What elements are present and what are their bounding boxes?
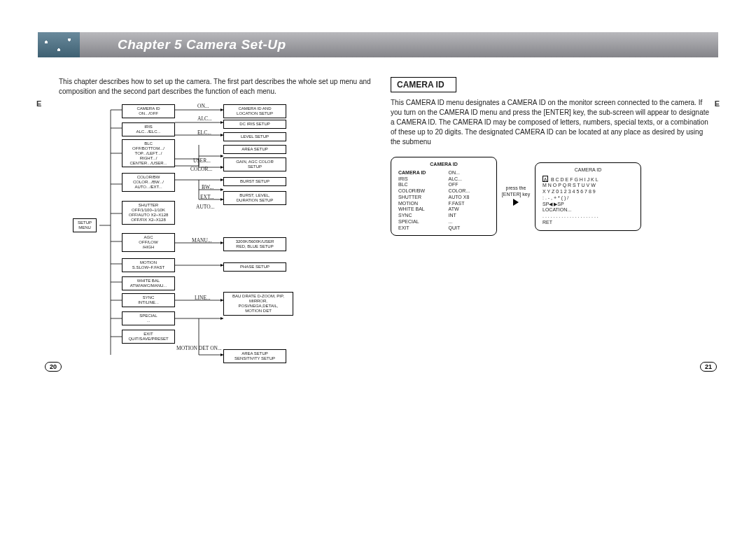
chapter-title: Chapter 5 Camera Set-Up [118,37,286,52]
screen2-line: : . - , + * ( ) / [542,195,634,202]
node3-camid: CAMERA ID AND LOCATION SETUP [223,104,286,118]
lbl-user: USER... [193,157,211,164]
screen2-line: LOCATION... [542,207,634,213]
screen1-row: BLCOFF [398,182,489,188]
lbl-manu: MANU... [192,237,212,244]
screen2-line: SP◀ ▶SP [542,202,634,208]
screen1-row: SPECIAL... [398,219,489,225]
lbl-alc: ALC... [197,115,212,122]
screen1-row: CAMERA IDON... [398,170,489,176]
intro-text: This chapter describes how to set up the… [59,77,381,96]
page-number-left: 20 [45,362,62,372]
osd-screens: CAMERA ID CAMERA IDON...IRISALC...BLCOFF… [391,157,713,236]
screen1-row: WHITE BALATW [398,206,489,213]
node3-phase: PHASE SETUP [223,262,286,272]
enter-key-note: press the [ENTER] key [501,185,531,207]
header-decor [38,32,80,57]
node-setup-menu: SETUP MENU [73,218,97,232]
screen1-row: SYNCINT [398,213,489,219]
side-letter-left: E [36,99,41,108]
arrow-note-text: press the [ENTER] key [502,185,530,196]
lbl-auto: AUTO... [196,204,214,210]
node-sync: SYNC INT/LINE... [122,293,175,307]
screen2-lines: A B C D E F G H I J K LM N O P Q R S T U… [542,176,634,226]
node3-area: AREA SETUP [223,145,286,154]
side-letter-right: E [715,99,720,108]
screen2-line: A B C D E F G H I J K L [542,176,634,183]
screen1-row: COLOR/BWCOLOR... [398,188,489,195]
node-agc: AGC OFF/LOW /HIGH [122,233,175,252]
node3-dciris: DC IRIS SETUP [223,120,286,129]
lbl-motdet: MOTION DET ON... [176,345,222,351]
screen2-line: M N O P Q R S T U V W [542,183,634,189]
node3-area2: AREA SETUP SENSITIVITY SETUP [223,349,286,363]
screen1-title: CAMERA ID [398,162,489,168]
node-exit: EXIT QUIT/SAVE/PRESET [122,330,175,344]
body-text: This CAMERA ID menu designates a CAMERA … [391,98,713,147]
node-shutter: SHUTTER OFF/1/100~1/10K OFF/AUTO X2~X128… [122,201,175,225]
lbl-elc: ELC... [197,129,211,136]
lbl-line: LINE... [195,295,211,301]
screen2-line: . . . . . . . . . . . . . . . . . . . . … [542,213,634,220]
node-special: SPECIAL ... [122,311,175,325]
lbl-color: COLOR... [190,166,212,172]
diagram-connectors [73,103,367,383]
page-number-right: 21 [700,362,717,372]
node3-burst2: BURST, LEVEL, DURATION SETUP [223,191,286,205]
node3-gain: GAIN, AGC COLOR SETUP [223,157,286,171]
node3-burst: BURST SETUP [223,177,286,186]
node3-special: BAU DRATE D-ZOOM, PIP, MIRROR, POSI/NEGA… [223,292,293,316]
node-iris: IRIS ALC.../ELC... [122,122,175,136]
screen1-row: SHUTTERAUTO X8 [398,195,489,201]
section-title: CAMERA ID [391,77,456,92]
node-motion: MOTION S.SLOW~F.FAST [122,258,175,272]
screen2-line: X Y Z 0 1 2 3 4 5 6 7 8 9 [542,189,634,195]
node-colorbw: COLOR/BW COLOR.../BW.../ AUTO.../EXT... [122,173,175,192]
screen1-row: MOTIONF.FAST [398,201,489,207]
node3-3200k: 3200K/5600K/USER RED, BLUE SETUP [223,237,286,251]
right-page: E CAMERA ID This CAMERA ID menu designat… [391,77,713,236]
screen2-title: CAMERA ID [542,167,634,174]
node-whitebal: WHITE BAL ATW/AWC/MANU... [122,276,175,290]
osd-screen-2: CAMERA ID A B C D E F G H I J K LM N O P… [535,162,641,231]
screen2-line: RET [542,220,634,226]
chapter-header: Chapter 5 Camera Set-Up [38,32,718,57]
node-camera-id: CAMERA ID ON.../OFF [122,104,175,118]
screen1-row: EXITQUIT [398,225,489,232]
left-page: E This chapter describes how to set up t… [45,77,381,383]
arrow-icon [513,199,519,206]
lbl-on: ON... [197,103,209,109]
screen1-row: IRISALC... [398,176,489,183]
lbl-bw: BW... [202,184,214,190]
lbl-ext: EXT... [200,194,214,200]
menu-tree-diagram: SETUP MENU CAMERA ID ON.../OFF IRIS ALC.… [73,103,381,383]
screen1-rows: CAMERA IDON...IRISALC...BLCOFFCOLOR/BWCO… [398,170,489,232]
osd-screen-1: CAMERA ID CAMERA IDON...IRISALC...BLCOFF… [391,157,497,236]
node3-level: LEVEL SETUP [223,132,286,141]
node-blc: BLC OFF/BOTTOM.../ TOP.../LEFT.../ RIGHT… [122,139,175,167]
